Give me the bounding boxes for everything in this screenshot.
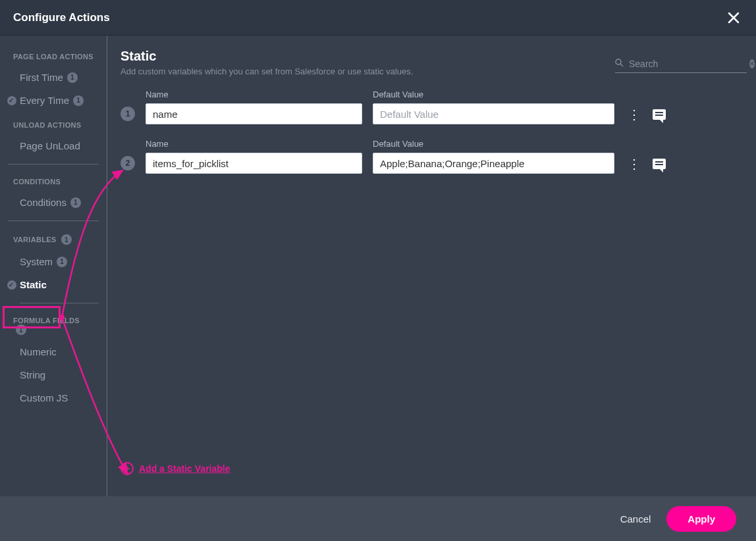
comment-icon[interactable] <box>653 159 666 169</box>
modal-footer: Cancel Apply <box>0 496 756 541</box>
search-field[interactable]: ✕ <box>615 58 747 73</box>
content-header: Static Add custom variables which you ca… <box>107 49 747 76</box>
field-label: Name <box>146 139 362 149</box>
sidebar-item-label: Conditions <box>20 197 67 208</box>
svg-line-1 <box>620 64 623 66</box>
apply-button[interactable]: Apply <box>666 506 736 532</box>
sidebar-item-conditions[interactable]: Conditions 1 <box>0 191 107 214</box>
sidebar-item-label: String <box>20 369 45 380</box>
close-button[interactable] <box>724 9 743 27</box>
section-conditions: CONDITIONS <box>0 168 107 191</box>
sidebar-item-label: System <box>20 256 53 267</box>
count-badge: 1 <box>61 234 72 245</box>
comment-icon[interactable] <box>653 109 666 120</box>
name-input[interactable] <box>146 153 362 174</box>
sidebar-item-page-unload[interactable]: Page UnLoad <box>0 134 107 157</box>
sidebar-item-label: Numeric <box>20 346 57 357</box>
variable-rows: 1 Name Default Value ⋮ 2 <box>107 76 747 462</box>
sidebar-item-label: Custom JS <box>20 392 68 403</box>
section-unload-actions: UNLOAD ACTIONS <box>0 112 107 134</box>
sidebar-item-label: Static <box>20 279 47 290</box>
modal-title: Configure Actions <box>13 11 110 24</box>
content-title: Static <box>121 49 413 64</box>
search-input[interactable] <box>629 59 744 69</box>
default-value-field: Default Value <box>373 90 614 124</box>
sidebar-item-string[interactable]: String <box>0 363 107 386</box>
close-icon <box>728 12 740 24</box>
count-badge: 1 <box>16 324 26 335</box>
content-panel: Static Add custom variables which you ca… <box>107 36 756 496</box>
section-page-load-actions: PAGE LOAD ACTIONS <box>0 43 107 66</box>
more-actions-button[interactable]: ⋮ <box>628 157 641 170</box>
sidebar: PAGE LOAD ACTIONS First Time 1 Every Tim… <box>0 36 107 496</box>
add-link-label: Add a Static Variable <box>139 463 230 474</box>
sidebar-item-every-time[interactable]: Every Time 1 <box>0 89 107 112</box>
more-actions-button[interactable]: ⋮ <box>628 108 641 121</box>
plus-circle-icon: + <box>121 462 134 475</box>
count-badge: 1 <box>57 257 67 267</box>
divider <box>8 164 99 165</box>
count-badge: 1 <box>67 72 78 83</box>
default-value-input[interactable] <box>373 103 614 124</box>
count-badge: 1 <box>70 197 81 208</box>
row-number-badge: 1 <box>121 107 135 121</box>
sidebar-item-system[interactable]: System 1 <box>0 250 107 273</box>
field-label: Default Value <box>373 139 614 149</box>
sidebar-item-custom-js[interactable]: Custom JS <box>0 386 107 409</box>
default-value-field: Default Value <box>373 139 614 174</box>
sidebar-item-first-time[interactable]: First Time 1 <box>0 66 107 89</box>
sidebar-item-label: First Time <box>20 72 63 83</box>
name-field: Name <box>146 139 362 174</box>
field-label: Name <box>146 90 362 99</box>
name-field: Name <box>146 90 362 124</box>
divider <box>8 220 99 221</box>
row-number-badge: 2 <box>121 156 135 170</box>
clear-search-icon[interactable]: ✕ <box>749 59 755 68</box>
default-value-input[interactable] <box>373 153 614 174</box>
variable-row: 2 Name Default Value ⋮ <box>121 139 747 174</box>
section-formula-fields: FORMULA FIELDS 1 <box>0 307 107 340</box>
variable-row: 1 Name Default Value ⋮ <box>121 90 747 124</box>
sidebar-item-numeric[interactable]: Numeric <box>0 340 107 363</box>
sidebar-item-static[interactable]: Static <box>0 273 107 296</box>
modal-header: Configure Actions <box>0 0 756 36</box>
name-input[interactable] <box>146 103 362 124</box>
content-description: Add custom variables which you can set f… <box>121 66 413 76</box>
count-badge: 1 <box>73 95 84 106</box>
sidebar-item-label: Every Time <box>20 95 69 106</box>
svg-point-0 <box>616 59 621 64</box>
row-actions: ⋮ <box>628 108 666 121</box>
cancel-button[interactable]: Cancel <box>620 513 651 525</box>
field-label: Default Value <box>373 90 614 99</box>
add-static-variable-link[interactable]: + Add a Static Variable <box>121 462 230 475</box>
search-icon <box>615 58 624 70</box>
sidebar-item-label: Page UnLoad <box>20 140 80 151</box>
modal-body: PAGE LOAD ACTIONS First Time 1 Every Tim… <box>0 36 756 496</box>
row-actions: ⋮ <box>628 157 666 170</box>
divider <box>20 303 99 303</box>
configure-actions-modal: Configure Actions PAGE LOAD ACTIONS Firs… <box>0 0 756 541</box>
section-variables: VARIABLES 1 <box>0 225 107 250</box>
